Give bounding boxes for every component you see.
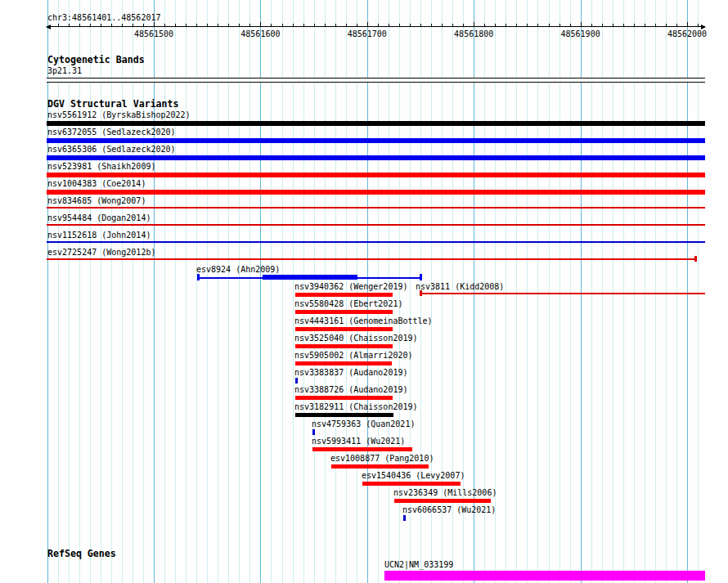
grid-line-minor — [249, 0, 250, 583]
variant-label[interactable]: nsv3388726 (Audano2019) — [294, 385, 407, 394]
variant-label[interactable]: nsv5993411 (Wu2021) — [312, 437, 405, 446]
variant-label[interactable]: nsv5561912 (ByrskaBishop2022) — [47, 110, 191, 119]
ruler-minor-tick — [58, 24, 59, 26]
variant-right-endcap[interactable] — [694, 256, 697, 262]
variant-line[interactable] — [47, 241, 705, 243]
variant-label[interactable]: nsv1004383 (Coe2014) — [47, 179, 146, 188]
variant-label[interactable]: esv1008877 (Pang2010) — [330, 454, 434, 463]
variant-label[interactable]: esv2725247 (Wong2012b) — [47, 248, 155, 257]
variant-label[interactable]: nsv4759363 (Quan2021) — [312, 419, 415, 428]
grid-line-minor — [335, 0, 336, 583]
gene-bar[interactable] — [384, 571, 705, 581]
variant-label[interactable]: esv1540436 (Levy2007) — [362, 471, 465, 480]
variant-label[interactable]: nsv5905002 (Almarri2020) — [294, 351, 413, 360]
ruler-major-tick — [154, 22, 155, 26]
variant-label[interactable]: nsv523981 (Shaikh2009) — [47, 162, 155, 171]
variant-bar[interactable] — [312, 447, 412, 451]
variant-bar[interactable] — [295, 293, 393, 297]
variant-label[interactable]: nsv5580428 (Ebert2021) — [294, 299, 402, 308]
variant-bar[interactable] — [47, 138, 705, 143]
variant-point-glyph[interactable] — [312, 429, 315, 435]
variant-label[interactable]: esv8924 (Ahn2009) — [196, 265, 280, 274]
variant-bar[interactable] — [331, 464, 429, 469]
ruler-major-tick — [367, 22, 368, 26]
variant-bar[interactable] — [47, 155, 705, 160]
variant-label[interactable]: nsv1152618 (John2014) — [47, 231, 151, 240]
variant-label[interactable]: nsv6372055 (Sedlazeck2020) — [47, 128, 176, 137]
cytoband-glyph[interactable] — [47, 78, 705, 83]
variant-label[interactable]: nsv4443161 (GenomeinaBottle) — [294, 316, 433, 325]
variant-bar[interactable] — [47, 121, 705, 126]
grid-line-minor — [591, 0, 592, 583]
grid-line-minor — [111, 0, 112, 583]
ruler-major-tick — [474, 22, 474, 26]
ruler-minor-tick — [228, 24, 229, 26]
ruler-minor-tick — [623, 24, 624, 26]
variant-bar[interactable] — [295, 413, 393, 417]
grid-line-major — [154, 0, 155, 583]
variant-bar[interactable] — [295, 344, 393, 348]
variant-bar[interactable] — [47, 173, 705, 177]
variant-line[interactable] — [47, 224, 705, 226]
ruler-major-tick — [581, 22, 582, 26]
ruler-minor-tick — [495, 24, 496, 26]
variant-label[interactable]: nsv236349 (Mills2006) — [393, 488, 497, 497]
ruler-axis-line — [47, 26, 705, 27]
variant-label[interactable]: nsv3182911 (Chaisson2019) — [294, 402, 418, 411]
variant-bar[interactable] — [394, 499, 491, 503]
variant-right-endcap[interactable] — [420, 274, 422, 280]
ruler-minor-tick — [378, 24, 379, 26]
variant-bar[interactable] — [263, 275, 357, 280]
variant-bar[interactable] — [295, 310, 393, 314]
variant-point-glyph[interactable] — [295, 378, 298, 383]
grid-line-minor — [69, 0, 70, 583]
ruler-minor-tick — [602, 24, 603, 26]
ruler-minor-tick — [506, 24, 506, 26]
grid-line-minor — [186, 0, 186, 583]
variant-label[interactable]: nsv6365306 (Sedlazeck2020) — [47, 145, 176, 154]
variant-line[interactable] — [47, 258, 696, 260]
ruler-minor-tick — [207, 24, 208, 26]
variant-label[interactable]: nsv3525040 (Chaisson2019) — [294, 334, 418, 343]
ruler-tick-label: 48561900 — [561, 29, 600, 38]
gene-label[interactable]: UCN2|NM_033199 — [384, 560, 453, 569]
grid-line-minor — [378, 0, 379, 583]
variant-bar[interactable] — [295, 327, 393, 331]
variant-left-endcap[interactable] — [420, 290, 422, 296]
ruler-minor-tick — [79, 24, 80, 26]
refseq-track-title: RefSeq Genes — [47, 549, 116, 558]
ruler-tick-label: 48562000 — [667, 29, 707, 38]
grid-line-minor — [559, 0, 560, 583]
variant-label[interactable]: nsv3811 (Kidd2008) — [416, 282, 504, 291]
variant-label[interactable]: nsv3940362 (Wenger2019) — [294, 282, 407, 291]
variant-label[interactable]: nsv834685 (Wong2007) — [47, 196, 146, 205]
ruler-minor-tick — [69, 24, 70, 26]
variant-bar[interactable] — [47, 190, 705, 195]
variant-label[interactable]: nsv954484 (Dogan2014) — [47, 213, 151, 222]
ruler-minor-tick — [549, 24, 550, 26]
grid-line-minor — [58, 0, 59, 583]
ruler-minor-tick — [335, 24, 336, 26]
ruler-minor-tick — [111, 24, 112, 26]
variant-line[interactable] — [420, 293, 705, 294]
variant-point-glyph[interactable] — [403, 515, 406, 521]
ruler-minor-tick — [452, 24, 453, 26]
cytoband-label[interactable]: 3p21.31 — [47, 66, 82, 75]
variant-bar[interactable] — [295, 361, 392, 365]
ruler-major-tick — [260, 22, 261, 26]
grid-line-minor — [79, 0, 80, 583]
variant-label[interactable]: nsv6066537 (Wu2021) — [402, 505, 496, 514]
ruler-minor-tick — [101, 24, 101, 26]
ruler-minor-tick — [218, 24, 218, 26]
variant-line[interactable] — [47, 207, 705, 209]
variant-bar[interactable] — [362, 482, 461, 486]
region-label: chr3:48561401..48562017 — [47, 13, 160, 22]
genome-browser-view: chr3:48561401..48562017 4856150048561600… — [0, 0, 728, 583]
variant-bar[interactable] — [295, 396, 393, 400]
grid-line-minor — [666, 0, 667, 583]
grid-line-minor — [90, 0, 91, 583]
variant-label[interactable]: nsv3383837 (Audano2019) — [294, 368, 407, 377]
variant-left-endcap[interactable] — [197, 274, 200, 280]
grid-line-minor — [655, 0, 656, 583]
ruler-tick-label: 48561700 — [348, 29, 387, 38]
